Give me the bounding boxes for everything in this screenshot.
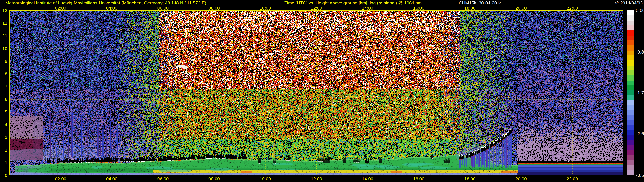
y-tick-label: 4.	[0, 122, 8, 127]
x-tick-label: 18:00	[464, 176, 476, 181]
colorbar-tick-label: -2.62	[636, 131, 644, 137]
colorbar-segment	[627, 10, 634, 15]
colorbar-segment	[627, 140, 634, 145]
colorbar-tick-label: 0.00	[636, 8, 644, 13]
colorbar-segment	[627, 110, 634, 115]
y-tick-label: 10.	[0, 46, 8, 51]
y-tick-label: 1.	[0, 160, 8, 165]
x-tick-label: 06:00	[157, 5, 169, 11]
institute-title: Meteorological Institute of Ludwig-Maxim…	[5, 0, 208, 5]
colorbar-segment	[627, 86, 634, 90]
x-tick-label: 12:00	[311, 176, 322, 181]
colorbar-segment	[627, 115, 634, 120]
colorbar-segment	[627, 30, 634, 35]
colorbar-segment	[627, 40, 634, 45]
instrument-date-label: CHM15k: 30-04-2014	[459, 0, 502, 5]
colorbar-segment	[627, 171, 634, 175]
x-tick-label: 04:00	[106, 5, 118, 11]
ceilometer-quicklook-screen: Meteorological Institute of Ludwig-Maxim…	[0, 0, 644, 182]
x-tick-label: 02:00	[55, 5, 66, 11]
x-tick-label: 06:00	[157, 176, 169, 181]
colorbar-segment	[627, 36, 634, 40]
x-tick-label: 12:00	[311, 5, 322, 11]
colorbar-segment	[627, 60, 634, 65]
x-tick-label: 14:00	[362, 5, 373, 11]
y-tick-label: 0.	[0, 173, 8, 178]
colorbar-segment	[627, 105, 634, 110]
colorbar-tick-label: -1.75	[636, 90, 644, 96]
colorbar-segment	[627, 130, 634, 135]
x-tick-label: 16:00	[413, 5, 424, 11]
x-tick-label: 08:00	[208, 176, 220, 181]
x-tick-label: 22:00	[566, 5, 578, 11]
colorbar-segment	[627, 165, 634, 170]
x-tick-label: 14:00	[362, 176, 373, 181]
x-tick-label: 20:00	[516, 176, 527, 181]
colorbar-segment	[627, 156, 634, 160]
x-tick-label: 02:00	[55, 176, 66, 181]
colorbar-segment	[627, 55, 634, 60]
colorbar-segment	[627, 150, 634, 155]
plot-axis-title: Time [UTC] vs. Height above ground [km]:…	[284, 0, 422, 5]
colorbar-segment	[627, 15, 634, 20]
y-tick-label: 12.	[0, 20, 8, 26]
y-tick-label: 8.	[0, 71, 8, 77]
colorbar-segment	[627, 145, 634, 150]
y-tick-label: 7.	[0, 84, 8, 89]
x-tick-label: 20:00	[516, 5, 527, 11]
y-tick-label: 3.	[0, 135, 8, 140]
colorbar-segment	[627, 66, 634, 71]
colorbar-tick-label: -0.88	[636, 49, 644, 55]
x-tick-label: 08:00	[208, 5, 220, 11]
y-tick-label: 11.	[0, 33, 8, 38]
heatmap-canvas	[10, 10, 624, 175]
x-tick-label: 04:00	[106, 176, 118, 181]
x-tick-label: 18:00	[464, 5, 476, 11]
colorbar	[627, 10, 634, 175]
colorbar-segment	[627, 75, 634, 80]
x-tick-label: 10:00	[260, 5, 271, 11]
y-tick-label: 6.	[0, 97, 8, 102]
colorbar-segment	[627, 71, 634, 75]
colorbar-segment	[627, 81, 634, 86]
colorbar-segment	[627, 100, 634, 105]
colorbar-tick-label: -3.50	[636, 173, 644, 178]
y-tick-label: 5.	[0, 109, 8, 114]
colorbar-segment	[627, 90, 634, 95]
colorbar-segment	[627, 135, 634, 140]
colorbar-segment	[627, 45, 634, 50]
colorbar-segment	[627, 20, 634, 25]
colorbar-segment	[627, 95, 634, 100]
version-label: V: 2014/04/03	[615, 0, 643, 5]
colorbar-segment	[627, 25, 634, 30]
x-tick-label: 10:00	[260, 176, 271, 181]
x-tick-label: 22:00	[566, 176, 578, 181]
colorbar-segment	[627, 51, 634, 55]
colorbar-segment	[627, 160, 634, 165]
colorbar-segment	[627, 125, 634, 130]
x-tick-label: 16:00	[413, 176, 424, 181]
y-tick-label: 13.	[0, 8, 8, 13]
colorbar-segment	[627, 120, 634, 125]
y-tick-label: 2.	[0, 148, 8, 153]
y-tick-label: 9.	[0, 59, 8, 64]
